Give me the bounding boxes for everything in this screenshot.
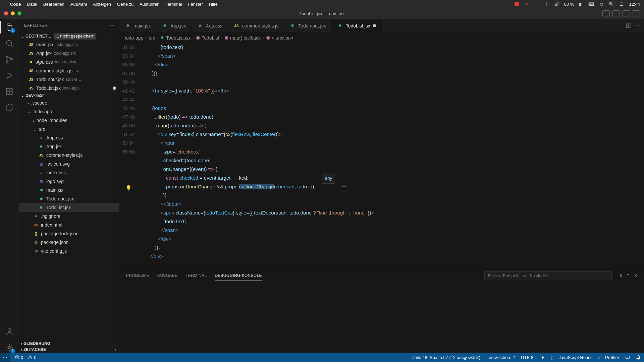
status-spaces[interactable]: Leerzeichen: 2 <box>486 355 515 360</box>
battery-icon[interactable]: ▮▯ <box>579 1 584 7</box>
menu-file[interactable]: Datei <box>27 2 37 7</box>
editor-tab[interactable]: #App.css <box>192 19 228 33</box>
open-editor-item[interactable]: JSTodoInput.jsx todo-a… <box>19 75 119 84</box>
editor-tab[interactable]: JScommon-styles.js <box>228 19 284 33</box>
search-icon[interactable] <box>4 38 14 48</box>
status-prettier[interactable]: ✓ Prettier <box>597 355 619 360</box>
breadcrumb-item[interactable]: <function> <box>272 35 293 41</box>
remote-button[interactable] <box>0 353 10 362</box>
account-icon[interactable] <box>4 326 14 337</box>
debug-icon[interactable] <box>4 70 14 80</box>
source-control-icon[interactable] <box>4 54 14 64</box>
menu-app[interactable]: Code <box>10 2 21 7</box>
folder-item[interactable]: ⌄src <box>19 125 119 133</box>
editor-tab[interactable]: ⚛TodoInput.jsx <box>284 19 332 33</box>
split-editor-icon[interactable] <box>626 23 632 29</box>
open-editor-item[interactable]: JScommon-styles.js to… <box>19 66 119 75</box>
open-editors-header[interactable]: ⌄ GEÖFFNET… 1 nicht gespeichert <box>19 32 119 40</box>
open-editor-item[interactable]: #App.css todo-app/src <box>19 58 119 66</box>
explorer-more-icon[interactable]: ⋯ <box>110 23 114 28</box>
breadcrumb[interactable]: todo-app› src› ⚛ TodoList.jsx› ▣ TodoLis… <box>119 33 644 43</box>
menu-edit[interactable]: Bearbeiten <box>43 2 64 7</box>
panel-tab-terminal[interactable]: TERMINAL <box>185 270 207 281</box>
menu-view[interactable]: Anzeigen <box>93 2 111 7</box>
status-language[interactable]: { } JavaScript React <box>550 355 591 360</box>
menu-go[interactable]: Gehe zu <box>117 2 133 7</box>
battery-percent[interactable]: 80 % <box>564 2 574 7</box>
editor-tab[interactable]: ⚛TodoList.jsx <box>332 19 382 33</box>
breadcrumb-item[interactable]: todo-app <box>125 35 143 41</box>
layout-sidebar-button[interactable] <box>602 10 610 16</box>
breadcrumb-item[interactable]: TodoList.jsx <box>166 35 191 41</box>
open-editor-item[interactable]: JSTodoList.jsx todo-app… <box>19 84 119 93</box>
wifi-icon[interactable]: ⊚ <box>599 1 604 7</box>
file-item[interactable]: #index.css <box>19 168 119 177</box>
explorer-icon[interactable]: 1 <box>4 22 14 32</box>
keyboard-icon[interactable]: ⌨ <box>589 1 594 7</box>
file-item[interactable]: {}package.json <box>19 238 119 247</box>
panel-filter-input[interactable] <box>484 271 612 280</box>
recording-icon[interactable] <box>515 2 519 6</box>
layout-panel-button[interactable] <box>612 10 620 16</box>
folder-item[interactable]: ⌄todo-app <box>19 107 119 116</box>
sync-icon[interactable]: ⟳ <box>524 1 529 7</box>
file-item[interactable]: #App.css <box>19 133 119 142</box>
outline-header[interactable]: › GLIEDERUNG <box>19 341 119 347</box>
file-item[interactable]: ▥logo.svg <box>19 177 119 186</box>
file-item[interactable]: ⚛TodoList.jsx <box>19 203 119 212</box>
volume-icon[interactable]: 🔊 <box>554 1 559 7</box>
breadcrumb-item[interactable]: TodoList <box>202 35 219 41</box>
project-header[interactable]: ⌄ DEV-TEST <box>19 93 119 99</box>
file-item[interactable]: {}package-lock.json <box>19 229 119 238</box>
file-item[interactable]: ≡.hgignore <box>19 212 119 221</box>
settings-icon[interactable]: 1 <box>4 343 14 353</box>
panel-tab-output[interactable]: AUSGABE <box>157 270 177 281</box>
menu-help[interactable]: Hilfe <box>209 2 218 7</box>
panel-tab-problems[interactable]: PROBLEME <box>126 270 149 281</box>
panel-settings-icon[interactable]: ≡ <box>620 273 622 278</box>
remote-explorer-icon[interactable] <box>4 103 14 113</box>
file-item[interactable]: ▥favicon.svg <box>19 160 119 168</box>
menu-terminal[interactable]: Terminal <box>166 2 182 7</box>
breadcrumb-item[interactable]: map() callback <box>230 35 261 41</box>
window-maximize-button[interactable] <box>17 11 21 15</box>
file-item[interactable]: ⚛TodoInput.jsx <box>19 194 119 203</box>
folder-item[interactable]: ›.vscode <box>19 99 119 107</box>
timeline-header[interactable]: › ZEITACHSE › <box>19 347 119 353</box>
menu-selection[interactable]: Auswahl <box>70 2 87 7</box>
status-encoding[interactable]: UTF-8 <box>521 355 533 360</box>
file-item[interactable]: JScommon-styles.js <box>19 151 119 160</box>
lightbulb-icon[interactable]: 💡 <box>125 184 132 192</box>
folder-item[interactable]: ›node_modules <box>19 116 119 125</box>
breadcrumb-item[interactable]: src <box>149 35 155 41</box>
minimap[interactable] <box>614 43 644 269</box>
tab-more-icon[interactable]: ⋯ <box>636 23 640 28</box>
control-center-icon[interactable]: ☰ <box>619 1 624 7</box>
file-item[interactable]: ⚛App.jsx <box>19 142 119 151</box>
code-content[interactable]: {todo.text} </span> </div> ))} <hr style… <box>141 43 614 269</box>
open-editor-item[interactable]: JSmain.jsx todo-app/src <box>19 40 119 49</box>
editor-tab[interactable]: ⚛main.jsx <box>119 19 156 33</box>
file-item[interactable]: <>index.html <box>19 221 119 229</box>
status-cursor[interactable]: Zeile 48, Spalte 57 (12 ausgewählt) <box>412 355 480 360</box>
status-eol[interactable]: LF <box>539 355 544 360</box>
panel-collapse-icon[interactable]: ⌃ <box>626 273 630 278</box>
extensions-icon[interactable] <box>4 86 14 97</box>
open-editor-item[interactable]: JSApp.jsx todo-app/src <box>19 49 119 58</box>
display-icon[interactable]: ▭ <box>534 1 539 7</box>
editor-tab[interactable]: ⚛App.jsx <box>156 19 192 33</box>
file-item[interactable]: ⚛main.jsx <box>19 186 119 194</box>
bluetooth-icon[interactable]: ᛒ <box>544 1 549 7</box>
code-editor[interactable]: 31 32 33 34 35 36 37 38 39 40 41 42 43 4… <box>119 43 644 269</box>
file-item[interactable]: JSvite.config.js <box>19 247 119 255</box>
status-bell-icon[interactable] <box>636 355 641 360</box>
layout-right-button[interactable] <box>623 10 630 16</box>
menu-run[interactable]: Ausführen <box>140 2 159 7</box>
status-warnings[interactable]: 0 <box>28 355 36 360</box>
status-errors[interactable]: 0 <box>15 355 23 360</box>
clock[interactable]: 12:44 <box>629 2 640 7</box>
window-minimize-button[interactable] <box>11 11 15 15</box>
menu-window[interactable]: Fenster <box>188 2 203 7</box>
layout-customize-button[interactable] <box>633 10 640 16</box>
window-close-button[interactable] <box>4 11 8 15</box>
